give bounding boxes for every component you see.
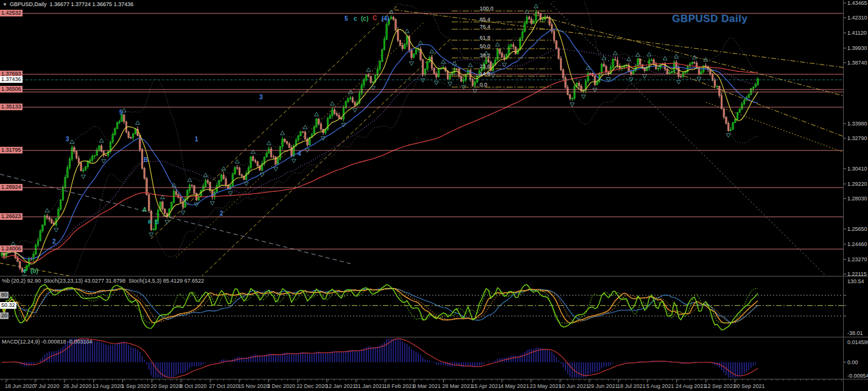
current-price-tag: 1.37436 bbox=[0, 76, 23, 83]
fractal-up-icon bbox=[235, 160, 239, 163]
time-axis-label: 18 Jun 2020 bbox=[5, 383, 35, 389]
fib-level-label: 76.4 bbox=[480, 24, 491, 30]
fractal-up-icon bbox=[674, 55, 679, 58]
time-axis-label: 4 May 2021 bbox=[500, 383, 529, 389]
mt4-chart-window: ▼GBPUSD,Daily 1.36677 1.37724 1.36675 1.… bbox=[0, 0, 868, 391]
wave-label: 4 bbox=[298, 151, 301, 157]
price-level-tag[interactable]: 1.31795 bbox=[0, 147, 23, 153]
time-axis-label: 29 Jun 2021 bbox=[588, 383, 618, 389]
wave-label: 2 bbox=[52, 239, 56, 245]
ohlc-low: 1.36675 bbox=[93, 1, 113, 7]
fractal-up-icon bbox=[281, 131, 285, 135]
trendline-1 bbox=[201, 38, 452, 277]
wave-label: 3 bbox=[66, 136, 69, 143]
wave-label: B bbox=[144, 157, 148, 163]
fractal-down-icon bbox=[593, 88, 597, 92]
fib-level-label: 100.0 bbox=[480, 5, 494, 12]
trendline-4 bbox=[394, 10, 850, 68]
price-axis-tick-label: 1.23270 bbox=[847, 256, 867, 262]
ind1-level-tag: 50.32 bbox=[0, 302, 16, 309]
ohlc-close: 1.37436 bbox=[114, 1, 134, 7]
fib-level-label: 61.8 bbox=[480, 35, 491, 41]
price-axis-tick-label: 1.33980 bbox=[847, 121, 867, 127]
ind1-axis-max: 130.54 bbox=[847, 278, 864, 284]
price-axis[interactable] bbox=[844, 0, 868, 379]
time-axis-label: 9 Mar 2021 bbox=[413, 383, 441, 389]
price-level-tag[interactable]: 1.26623 bbox=[0, 213, 23, 220]
fib-level-label: 50.0 bbox=[480, 43, 491, 49]
fractal-up-icon bbox=[430, 49, 434, 53]
time-axis-label: 10 Jun 2021 bbox=[559, 383, 589, 389]
fractal-down-icon bbox=[353, 108, 357, 112]
ohlc-open: 1.36677 bbox=[49, 1, 69, 7]
wave-label: a bbox=[148, 219, 152, 225]
fractal-down-icon bbox=[81, 175, 85, 178]
fractal-down-icon bbox=[210, 202, 214, 205]
time-axis-label: 12 Sep 2021 bbox=[705, 383, 736, 389]
price-level-tag[interactable]: 1.28924 bbox=[0, 184, 23, 191]
fractal-down-icon bbox=[228, 192, 233, 196]
time-axis-label: 20 Sep 2020 bbox=[151, 383, 182, 389]
time-axis-label: 18 Jul 2021 bbox=[617, 383, 646, 389]
macd-axis-min: -0.009549 bbox=[847, 373, 868, 379]
wave-label: 5 bbox=[345, 16, 348, 22]
price-level-tag[interactable]: 1.36506 bbox=[0, 86, 23, 93]
fractal-down-icon bbox=[181, 211, 185, 214]
time-axis-label: 13 Aug 2020 bbox=[93, 383, 124, 389]
time-axis-label: 26 Jul 2020 bbox=[63, 383, 92, 389]
fractal-up-icon bbox=[203, 173, 208, 177]
wave-label: b bbox=[155, 219, 159, 225]
price-axis-tick-label: 1.41120 bbox=[847, 30, 867, 36]
price-axis-tick-label: 1.24460 bbox=[847, 241, 867, 247]
price-level-tag[interactable]: 1.24006 bbox=[0, 245, 23, 252]
macd-header: MACD(12,24,9) -0.000818 -0.003104 bbox=[2, 339, 93, 345]
fractal-up-icon bbox=[366, 68, 371, 71]
wave-label: c bbox=[354, 16, 357, 22]
price-axis-tick-label: 1.28030 bbox=[847, 196, 867, 202]
wave-label: 2 bbox=[220, 211, 223, 217]
indicator1-header: %b (20,2) 92.90 Stoch(23,23,13) 43.0277 … bbox=[2, 278, 204, 284]
fractal-down-icon bbox=[410, 62, 414, 65]
time-axis-label: 1 Sep 2020 bbox=[122, 383, 150, 389]
fractal-down-icon bbox=[292, 159, 296, 163]
fractal-down-icon bbox=[726, 134, 730, 138]
fractal-down-icon bbox=[244, 182, 248, 186]
price-axis-tick-label: 1.32790 bbox=[847, 135, 867, 141]
fractal-down-icon bbox=[581, 95, 586, 99]
time-axis-label: 5 Aug 2021 bbox=[646, 383, 674, 389]
watermark: GBPUSD Daily bbox=[672, 13, 747, 25]
fractal-up-icon bbox=[11, 242, 15, 245]
wave-label: (4) bbox=[382, 16, 389, 22]
fractal-down-icon bbox=[54, 228, 58, 232]
time-axis-label: 7 Jul 2020 bbox=[34, 383, 60, 389]
ind1-level-tag: 80 bbox=[0, 292, 9, 298]
ohlc-high: 1.37724 bbox=[71, 1, 91, 7]
collapse-arrow-icon[interactable]: ▼ bbox=[2, 2, 7, 7]
macd-axis-zero: 0.00 bbox=[847, 359, 858, 365]
fib-level-label: 85.4 bbox=[480, 16, 491, 23]
time-axis-label: 15 Apr 2021 bbox=[471, 383, 501, 389]
fractal-down-icon bbox=[102, 160, 106, 163]
fractal-up-icon bbox=[495, 43, 500, 46]
trendline-9 bbox=[551, 4, 833, 283]
fractal-up-icon bbox=[99, 139, 103, 143]
fib-level-label: 0.0 bbox=[480, 82, 488, 88]
wave-label: e bbox=[23, 268, 27, 274]
time-axis-label: 12 Jan 2021 bbox=[326, 383, 356, 389]
time-axis-label: 28 Mar 2021 bbox=[443, 383, 474, 389]
wave-label: A bbox=[142, 207, 147, 213]
fractal-up-icon bbox=[136, 121, 140, 124]
price-axis-tick-label: 1.39930 bbox=[847, 45, 867, 51]
time-axis-label: 31 Jan 2021 bbox=[355, 383, 385, 389]
time-axis-label: 24 Aug 2021 bbox=[676, 383, 707, 389]
time-axis-label: 15 Nov 2020 bbox=[238, 383, 269, 389]
fractal-up-icon bbox=[647, 52, 651, 56]
fractal-up-icon bbox=[525, 10, 529, 13]
time-axis-label: 27 Oct 2020 bbox=[209, 383, 239, 389]
chart-canvas[interactable] bbox=[0, 0, 868, 391]
wave-label: 3 bbox=[259, 94, 263, 100]
fractal-down-icon bbox=[165, 220, 169, 224]
price-axis-tick-label: 1.30410 bbox=[847, 166, 867, 172]
price-level-tag[interactable]: 1.42532 bbox=[0, 10, 23, 16]
price-level-tag[interactable]: 1.35133 bbox=[0, 104, 23, 110]
